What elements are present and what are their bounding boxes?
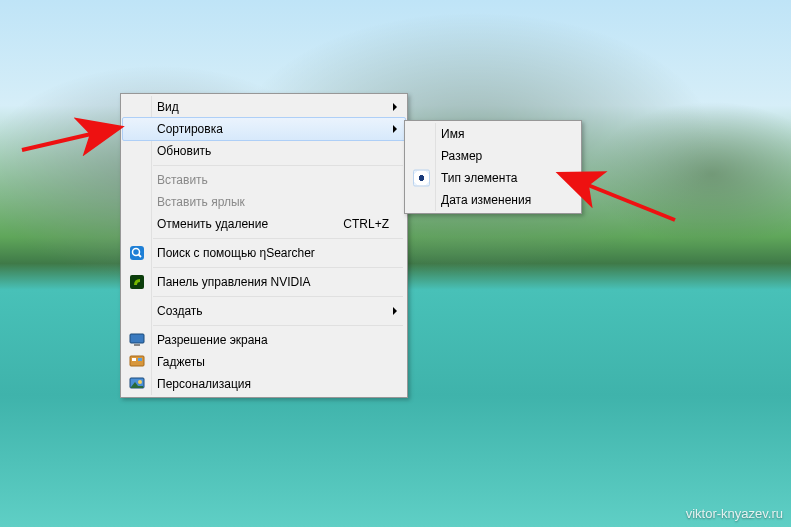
svg-point-10 [138, 380, 142, 384]
menu-item-view[interactable]: Вид [123, 96, 405, 118]
menu-label: Обновить [157, 144, 211, 158]
menu-item-gadgets[interactable]: Гаджеты [123, 351, 405, 373]
menu-item-personalize[interactable]: Персонализация [123, 373, 405, 395]
personalize-icon [129, 376, 145, 392]
svg-rect-5 [134, 344, 140, 346]
menu-label: Сортировка [157, 122, 223, 136]
menu-label: Создать [157, 304, 203, 318]
menu-item-screen-resolution[interactable]: Разрешение экрана [123, 329, 405, 351]
menu-label: Панель управления NVIDIA [157, 275, 311, 289]
menu-separator [153, 165, 403, 166]
menu-label: Вид [157, 100, 179, 114]
menu-item-refresh[interactable]: Обновить [123, 140, 405, 162]
menu-label: Дата изменения [441, 193, 531, 207]
gadgets-icon [129, 354, 145, 370]
menu-item-paste-shortcut: Вставить ярлык [123, 191, 405, 213]
submenu-item-size[interactable]: Размер [407, 145, 579, 167]
menu-label: Вставить [157, 173, 208, 187]
menu-item-nvidia[interactable]: Панель управления NVIDIA [123, 271, 405, 293]
menu-item-undo-delete[interactable]: Отменить удаление CTRL+Z [123, 213, 405, 235]
menu-item-search[interactable]: Поиск с помощью ηSearcher [123, 242, 405, 264]
menu-separator [153, 325, 403, 326]
menu-label: Разрешение экрана [157, 333, 268, 347]
submenu-arrow-icon [393, 307, 397, 315]
menu-shortcut: CTRL+Z [343, 217, 389, 231]
svg-rect-4 [130, 334, 144, 343]
submenu-item-name[interactable]: Имя [407, 123, 579, 145]
search-icon [129, 245, 145, 261]
menu-label: Отменить удаление [157, 217, 268, 231]
svg-rect-7 [132, 358, 136, 361]
watermark: viktor-knyazev.ru [686, 506, 783, 521]
svg-rect-8 [138, 358, 142, 361]
submenu-arrow-icon [393, 125, 397, 133]
nvidia-icon [129, 274, 145, 290]
menu-label: Гаджеты [157, 355, 205, 369]
radio-selected-icon [413, 170, 430, 187]
menu-item-paste: Вставить [123, 169, 405, 191]
monitor-icon [129, 332, 145, 348]
menu-label: Поиск с помощью ηSearcher [157, 246, 315, 260]
menu-label: Размер [441, 149, 482, 163]
desktop-context-menu: Вид Сортировка Обновить Вставить Вставит… [120, 93, 408, 398]
menu-separator [153, 238, 403, 239]
sort-submenu: Имя Размер Тип элемента Дата изменения [404, 120, 582, 214]
menu-separator [153, 267, 403, 268]
menu-label: Тип элемента [441, 171, 517, 185]
submenu-arrow-icon [393, 103, 397, 111]
menu-item-sort[interactable]: Сортировка [122, 117, 406, 141]
submenu-item-date-modified[interactable]: Дата изменения [407, 189, 579, 211]
menu-separator [153, 296, 403, 297]
menu-label: Вставить ярлык [157, 195, 245, 209]
menu-label: Имя [441, 127, 464, 141]
menu-item-create[interactable]: Создать [123, 300, 405, 322]
submenu-item-item-type[interactable]: Тип элемента [407, 167, 579, 189]
menu-label: Персонализация [157, 377, 251, 391]
